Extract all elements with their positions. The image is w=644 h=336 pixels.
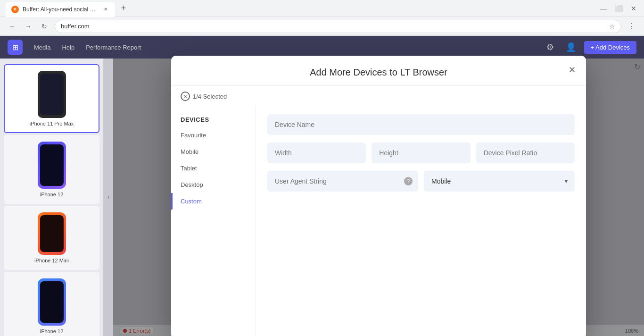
nav-media[interactable]: Media bbox=[34, 44, 50, 51]
counter-icon: ✕ bbox=[181, 92, 190, 101]
device-name-1: iPhone 12 bbox=[40, 192, 64, 197]
tab-close-button[interactable]: ✕ bbox=[102, 6, 109, 13]
modal-title: Add More Devices to LT Browser bbox=[310, 67, 447, 77]
nav-tablet[interactable]: Tablet bbox=[171, 160, 256, 176]
url-bar[interactable]: buffer.com ☆ bbox=[55, 20, 621, 33]
device-card-0[interactable]: iPhone 11 Pro Max bbox=[4, 64, 99, 133]
agent-type-row: ? Mobile Tablet Desktop ▼ bbox=[267, 171, 575, 192]
new-tab-button[interactable]: + bbox=[117, 2, 130, 15]
modal-nav-sidebar: DEVICES Favourite Mobile Tablet Desktop … bbox=[171, 105, 256, 336]
phone-screen-1 bbox=[40, 144, 64, 186]
device-card-1[interactable]: iPhone 12 bbox=[4, 135, 99, 204]
tab-title: Buffer: All-you-need social media... bbox=[23, 6, 98, 13]
phone-screen-3 bbox=[40, 281, 64, 323]
dimensions-row bbox=[267, 143, 575, 163]
device-image-3 bbox=[38, 278, 66, 326]
bookmark-icon[interactable]: ☆ bbox=[609, 23, 615, 30]
selected-counter: ✕ 1/4 Selected bbox=[171, 86, 586, 105]
window-controls: — ⬜ ✕ bbox=[599, 4, 638, 13]
device-type-select-wrap: Mobile Tablet Desktop ▼ bbox=[424, 171, 575, 192]
sidebar-toggle[interactable]: ‹ bbox=[104, 59, 113, 336]
user-agent-input[interactable] bbox=[267, 171, 418, 192]
dpr-input[interactable] bbox=[476, 143, 575, 163]
device-name-input[interactable] bbox=[267, 114, 575, 135]
user-agent-help-icon[interactable]: ? bbox=[404, 177, 413, 185]
forward-button[interactable]: → bbox=[22, 20, 35, 33]
modal-header: Add More Devices to LT Browser ✕ bbox=[171, 56, 586, 86]
nav-performance[interactable]: Performance Report bbox=[86, 44, 141, 51]
back-button[interactable]: ← bbox=[6, 20, 19, 33]
nav-favourite[interactable]: Favourite bbox=[171, 127, 256, 143]
modal-form-area: ? Mobile Tablet Desktop ▼ bbox=[256, 105, 586, 336]
reload-button[interactable]: ↻ bbox=[38, 20, 51, 33]
url-text: buffer.com bbox=[61, 23, 89, 30]
close-button[interactable]: ✕ bbox=[629, 4, 638, 13]
device-type-select[interactable]: Mobile Tablet Desktop bbox=[424, 171, 575, 192]
device-sidebar: iPhone 11 Pro Max iPhone 12 iPhone 12 Mi… bbox=[0, 59, 104, 336]
tab-favicon: B bbox=[11, 6, 19, 13]
device-image-0 bbox=[38, 71, 66, 118]
nav-buttons: ← → ↻ bbox=[6, 20, 51, 33]
main-layout: iPhone 11 Pro Max iPhone 12 iPhone 12 Mi… bbox=[0, 59, 644, 336]
app-logo: ⊞ bbox=[8, 40, 23, 55]
maximize-button[interactable]: ⬜ bbox=[614, 4, 623, 13]
user-icon[interactable]: 👤 bbox=[563, 40, 578, 55]
devices-category-title: DEVICES bbox=[171, 112, 256, 127]
nav-desktop[interactable]: Desktop bbox=[171, 176, 256, 193]
device-name-2: iPhone 12 Mini bbox=[34, 258, 69, 263]
settings-icon[interactable]: ⚙ bbox=[543, 40, 558, 55]
device-card-2[interactable]: iPhone 12 Mini bbox=[4, 206, 99, 270]
selected-count-text: 1/4 Selected bbox=[193, 93, 227, 100]
width-input[interactable] bbox=[267, 143, 366, 163]
content-area: ↻ Add More Devices to LT Browser ✕ ✕ 1/4… bbox=[113, 59, 644, 336]
browser-tabs: B Buffer: All-you-need social media... ✕… bbox=[6, 1, 599, 16]
phone-screen-2 bbox=[40, 215, 64, 252]
modal-close-button[interactable]: ✕ bbox=[565, 63, 578, 76]
add-devices-modal: Add More Devices to LT Browser ✕ ✕ 1/4 S… bbox=[171, 56, 586, 336]
modal-body: DEVICES Favourite Mobile Tablet Desktop … bbox=[171, 105, 586, 336]
address-bar: ← → ↻ buffer.com ☆ ⋮ bbox=[0, 17, 644, 36]
height-input[interactable] bbox=[372, 143, 470, 163]
device-name-0: iPhone 11 Pro Max bbox=[30, 121, 74, 126]
browser-titlebar: B Buffer: All-you-need social media... ✕… bbox=[0, 0, 644, 17]
address-right-icons: ⋮ bbox=[625, 20, 638, 33]
app-header: ⊞ Media Help Performance Report ⚙ 👤 + Ad… bbox=[0, 36, 644, 59]
phone-screen-0 bbox=[40, 74, 64, 115]
browser-tab-active[interactable]: B Buffer: All-you-need social media... ✕ bbox=[6, 2, 115, 17]
modal-overlay: Add More Devices to LT Browser ✕ ✕ 1/4 S… bbox=[113, 59, 644, 336]
device-image-2 bbox=[38, 212, 66, 255]
device-card-3[interactable]: iPhone 12 bbox=[4, 272, 99, 336]
nav-mobile[interactable]: Mobile bbox=[171, 143, 256, 160]
header-right: ⚙ 👤 + Add Devices bbox=[543, 40, 636, 55]
nav-help[interactable]: Help bbox=[62, 44, 74, 51]
device-name-3: iPhone 12 bbox=[40, 328, 64, 334]
nav-custom[interactable]: Custom bbox=[171, 193, 256, 210]
extensions-icon[interactable]: ⋮ bbox=[625, 20, 638, 33]
minimize-button[interactable]: — bbox=[599, 4, 608, 13]
device-image-1 bbox=[38, 142, 66, 189]
add-devices-button[interactable]: + Add Devices bbox=[584, 41, 636, 54]
user-agent-wrap: ? bbox=[267, 171, 418, 192]
